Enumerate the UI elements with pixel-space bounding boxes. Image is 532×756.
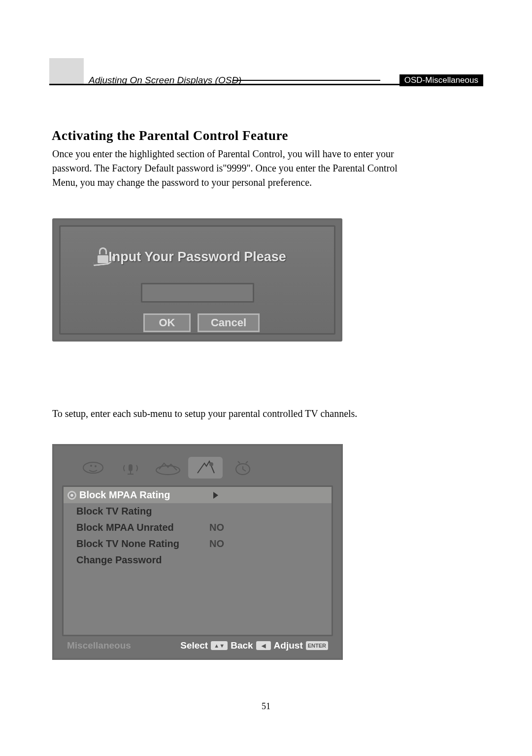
cancel-button[interactable]: Cancel <box>198 313 260 332</box>
category-time-icon[interactable] <box>226 457 260 479</box>
svg-point-2 <box>95 465 97 467</box>
category-sound-icon[interactable] <box>113 457 148 479</box>
menu-row-block-tv-rating[interactable]: Block TV Rating <box>64 503 332 519</box>
category-picture-icon[interactable] <box>76 457 110 479</box>
ok-button[interactable]: OK <box>143 313 191 332</box>
category-channel-icon[interactable] <box>151 457 185 479</box>
hint-back: Back <box>231 640 253 651</box>
submenu-arrow-icon <box>213 492 218 499</box>
password-dialog-title: Input Your Password Please <box>61 249 334 265</box>
osd-footer: Miscellaneous Select ▲▼ Back ◀ Adjust EN… <box>62 638 333 653</box>
menu-row-value: NO <box>209 538 224 550</box>
osd-footer-hints: Select ▲▼ Back ◀ Adjust ENTER <box>180 640 328 651</box>
menu-row-change-password[interactable]: Change Password <box>64 552 332 568</box>
header-divider-extension <box>233 80 380 81</box>
osd-footer-category: Miscellaneous <box>67 640 131 651</box>
menu-row-value: NO <box>209 522 224 533</box>
menu-row-label: Block TV None Rating <box>76 538 209 550</box>
setup-paragraph: To setup, enter each sub-menu to setup y… <box>52 407 407 421</box>
page-title: Activating the Parental Control Feature <box>52 128 288 143</box>
password-input[interactable] <box>141 283 254 303</box>
header-shade <box>49 58 84 84</box>
parental-menu-body: Block MPAA Rating Block TV Rating Block … <box>62 485 333 636</box>
svg-point-5 <box>209 462 213 466</box>
page: Adjusting On Screen Displays (OSD) OSD-M… <box>0 0 532 756</box>
menu-row-label: Block TV Rating <box>76 506 209 517</box>
menu-row-label: Block MPAA Rating <box>79 489 212 501</box>
key-enter-icon: ENTER <box>306 641 328 650</box>
svg-point-1 <box>90 465 92 467</box>
header-divider <box>49 84 483 85</box>
radio-indicator-icon <box>67 491 76 500</box>
password-dialog-inner: Input Your Password Please OK Cancel <box>59 225 335 335</box>
osd-category-icons <box>54 454 341 481</box>
hint-adjust: Adjust <box>274 640 303 651</box>
svg-rect-3 <box>129 464 133 471</box>
page-number: 51 <box>0 701 532 712</box>
hint-select: Select <box>180 640 208 651</box>
menu-row-label: Block MPAA Unrated <box>76 522 209 533</box>
menu-row-label: Change Password <box>76 554 209 566</box>
category-misc-icon[interactable] <box>188 457 223 479</box>
intro-paragraph: Once you enter the highlighted section o… <box>52 147 407 190</box>
key-up-down-icon: ▲▼ <box>211 641 228 650</box>
key-left-icon: ◀ <box>256 641 271 650</box>
menu-row-block-mpaa-unrated[interactable]: Block MPAA Unrated NO <box>64 519 332 536</box>
parental-menu-screenshot: Block MPAA Rating Block TV Rating Block … <box>52 444 343 660</box>
menu-row-block-tv-none-rating[interactable]: Block TV None Rating NO <box>64 536 332 552</box>
password-dialog-screenshot: Input Your Password Please OK Cancel <box>52 218 342 342</box>
menu-row-block-mpaa-rating[interactable]: Block MPAA Rating <box>64 487 332 503</box>
